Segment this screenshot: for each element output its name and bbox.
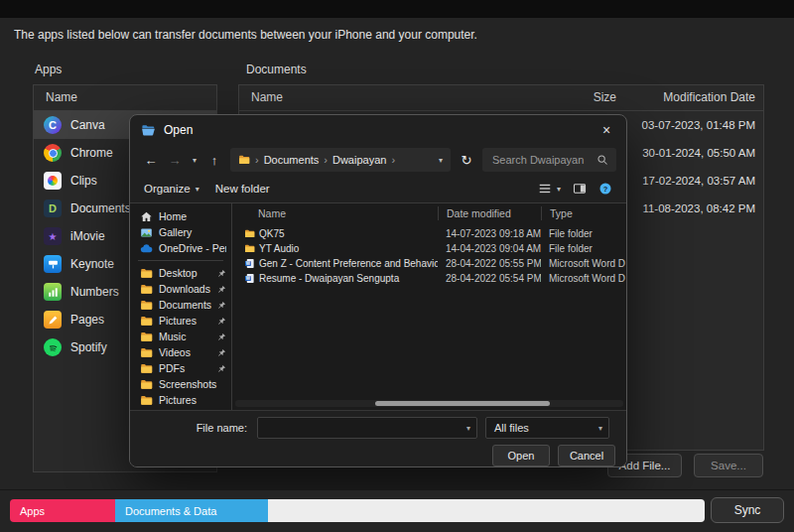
file-type: File folder bbox=[541, 228, 626, 239]
downloads-folder-icon bbox=[140, 283, 153, 296]
documents-app-icon: D bbox=[44, 200, 62, 217]
breadcrumb-documents[interactable]: Documents bbox=[264, 154, 320, 166]
dialog-toolbar: Organize ▾ New folder ▾ bbox=[130, 175, 626, 203]
recent-locations-button[interactable]: ▾ bbox=[188, 156, 201, 165]
app-name: Pages bbox=[70, 313, 104, 327]
file-column-date-modified[interactable]: Date modified bbox=[438, 206, 541, 220]
storage-segment-free bbox=[268, 499, 705, 522]
music-folder-icon bbox=[140, 331, 153, 343]
app-name: iMovie bbox=[70, 229, 105, 243]
close-button[interactable]: × bbox=[587, 115, 626, 145]
home-icon bbox=[140, 210, 153, 223]
file-row-qk75[interactable]: QK75 14-07-2023 09:18 AM File folder bbox=[232, 226, 626, 241]
app-name: Canva bbox=[70, 118, 105, 132]
chevron-down-icon: ▾ bbox=[196, 185, 199, 194]
dialog-titlebar[interactable]: Open × bbox=[130, 115, 626, 145]
toolbar-right-group: ▾ bbox=[538, 182, 612, 196]
desktop-folder-icon bbox=[140, 267, 153, 280]
pictures-folder-icon bbox=[140, 394, 153, 407]
sidebar-item-home[interactable]: Home bbox=[130, 208, 231, 224]
modification-date: 17-02-2024, 03:57 AM bbox=[616, 167, 755, 195]
preview-pane-icon[interactable] bbox=[573, 182, 587, 196]
sidebar-item-gallery[interactable]: Gallery bbox=[130, 224, 231, 240]
open-button[interactable]: Open bbox=[492, 445, 550, 466]
documents-folder-icon bbox=[140, 299, 153, 312]
sidebar-item-music[interactable]: Music bbox=[130, 329, 231, 344]
cancel-button[interactable]: Cancel bbox=[558, 445, 615, 466]
pdfs-folder-icon bbox=[140, 362, 153, 375]
chevron-down-icon: ▾ bbox=[193, 156, 197, 165]
forward-icon: → bbox=[169, 153, 182, 168]
column-header-size[interactable]: Size bbox=[475, 85, 616, 110]
up-button[interactable]: ↑ bbox=[203, 153, 225, 168]
chrome-app-icon bbox=[44, 144, 62, 162]
pin-icon bbox=[217, 332, 226, 341]
file-date-modified: 28-04-2022 05:55 PM bbox=[438, 258, 541, 269]
bar-chart-icon bbox=[47, 286, 60, 299]
column-header-modification-date[interactable]: Modification Date bbox=[616, 85, 755, 110]
file-row-gen-z-doc[interactable]: Gen Z - Content Preference and Behaviour… bbox=[232, 256, 626, 271]
onedrive-cloud-icon bbox=[140, 242, 153, 255]
sidebar-item-downloads[interactable]: Downloads bbox=[130, 281, 231, 297]
clips-app-icon bbox=[44, 172, 62, 190]
storage-segment-label: Apps bbox=[20, 505, 45, 517]
breadcrumb-dwaipayan[interactable]: Dwaipayan bbox=[332, 154, 386, 166]
sidebar-separator bbox=[138, 260, 223, 261]
canva-app-icon: C bbox=[44, 116, 62, 134]
file-type: Microsoft Word D bbox=[541, 273, 626, 284]
modification-date: 30-01-2024, 05:50 AM bbox=[616, 139, 755, 167]
file-column-name[interactable]: Name bbox=[232, 206, 438, 220]
modification-date: 11-08-2023, 08:42 PM bbox=[616, 195, 755, 222]
forward-button[interactable]: → bbox=[164, 153, 186, 168]
file-name-input[interactable] bbox=[258, 422, 461, 434]
icon-glyph: C bbox=[49, 119, 57, 131]
file-type-select[interactable]: All files ▾ bbox=[485, 417, 609, 439]
views-button[interactable]: ▾ bbox=[538, 182, 561, 196]
search-input[interactable] bbox=[490, 153, 596, 167]
file-name: QK75 bbox=[259, 228, 285, 239]
sidebar-item-label: Documents bbox=[159, 299, 211, 311]
pin-icon bbox=[217, 269, 226, 278]
sidebar-item-videos[interactable]: Videos bbox=[130, 344, 231, 360]
folder-icon bbox=[244, 243, 255, 254]
column-header-name[interactable]: Name bbox=[251, 85, 475, 110]
file-rows: QK75 14-07-2023 09:18 AM File folder YT … bbox=[232, 223, 626, 286]
sidebar-item-label: Gallery bbox=[159, 226, 226, 238]
sidebar-item-label: Music bbox=[159, 331, 211, 342]
address-dropdown-icon[interactable]: ▾ bbox=[439, 156, 443, 165]
address-bar[interactable]: › Documents › Dwaipayan › ▾ bbox=[230, 148, 451, 172]
chevron-down-icon[interactable]: ▾ bbox=[593, 424, 608, 433]
dialog-footer: File name: ▾ All files ▾ Open Cancel bbox=[130, 410, 626, 466]
pictures-folder-icon bbox=[140, 315, 153, 328]
sidebar-item-screenshots[interactable]: Screenshots bbox=[130, 376, 231, 392]
new-folder-button[interactable]: New folder bbox=[215, 183, 270, 195]
refresh-button[interactable]: ↻ bbox=[456, 153, 477, 168]
file-name-label: File name: bbox=[130, 422, 257, 434]
file-row-resume-doc[interactable]: Resume - Dwaipayan Sengupta 28-04-2022 0… bbox=[232, 271, 626, 286]
open-folder-icon bbox=[141, 123, 156, 138]
file-date-modified: 28-04-2022 05:54 PM bbox=[438, 273, 541, 284]
file-row-yt-audio[interactable]: YT Audio 14-04-2023 09:04 AM File folder bbox=[232, 241, 626, 256]
sync-button[interactable]: Sync bbox=[711, 497, 784, 523]
storage-segment-documents-data[interactable]: Documents & Data bbox=[115, 499, 268, 522]
scrollbar-thumb[interactable] bbox=[375, 401, 550, 406]
close-icon: × bbox=[602, 122, 610, 138]
help-icon[interactable] bbox=[598, 182, 612, 196]
chevron-down-icon[interactable]: ▾ bbox=[461, 424, 476, 433]
file-column-type[interactable]: Type bbox=[541, 206, 626, 220]
sidebar-item-pictures[interactable]: Pictures bbox=[130, 313, 231, 329]
sidebar-item-desktop[interactable]: Desktop bbox=[130, 265, 231, 281]
sidebar-item-documents[interactable]: Documents bbox=[130, 297, 231, 313]
horizontal-scrollbar[interactable] bbox=[235, 400, 623, 407]
file-name-combobox[interactable]: ▾ bbox=[257, 417, 477, 439]
word-document-icon bbox=[244, 273, 255, 284]
storage-segment-apps[interactable]: Apps bbox=[10, 499, 115, 522]
search-box[interactable] bbox=[482, 148, 616, 172]
back-button[interactable]: ← bbox=[140, 153, 162, 168]
save-button[interactable]: Save... bbox=[694, 454, 763, 477]
sidebar-item-label: Videos bbox=[159, 346, 211, 358]
sidebar-item-pictures-2[interactable]: Pictures bbox=[130, 392, 231, 408]
organize-menu[interactable]: Organize ▾ bbox=[144, 183, 199, 195]
sidebar-item-onedrive[interactable]: OneDrive - Persor bbox=[130, 240, 231, 256]
sidebar-item-pdfs[interactable]: PDFs bbox=[130, 360, 231, 376]
